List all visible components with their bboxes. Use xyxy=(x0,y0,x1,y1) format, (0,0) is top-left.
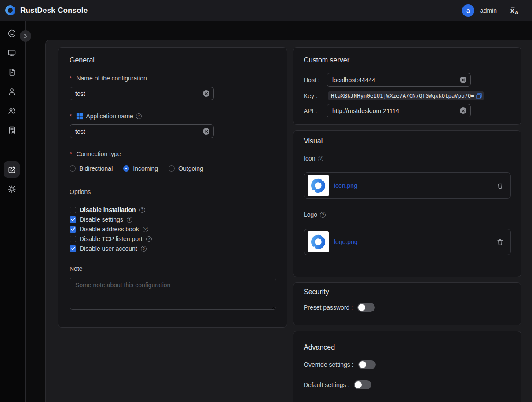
custom-server-title: Custom server xyxy=(304,56,349,64)
help-icon[interactable] xyxy=(143,227,148,232)
security-card: Security Preset password : xyxy=(293,282,521,325)
app-name-input[interactable] xyxy=(70,124,214,138)
option-disable-user-account: Disable user account xyxy=(70,245,147,252)
advanced-title: Advanced xyxy=(304,344,335,351)
audit-log-icon xyxy=(7,126,16,135)
sidebar-item-configurations[interactable] xyxy=(4,161,20,178)
icon-file-link[interactable]: icon.png xyxy=(334,182,357,189)
host-input[interactable] xyxy=(327,73,471,87)
brand: RustDesk Console xyxy=(0,4,88,16)
api-input[interactable] xyxy=(327,104,471,117)
option-disable-installation: Disable installation xyxy=(70,206,145,214)
main-panel: General Name of the configuration Applic… xyxy=(45,40,532,402)
radio-circle xyxy=(169,165,175,172)
config-name-label: Name of the configuration xyxy=(70,75,147,82)
trash-icon[interactable] xyxy=(497,182,503,189)
connection-type-radios: Bidirectional Incoming Outgoing xyxy=(70,165,203,172)
disable-user-account-checkbox[interactable] xyxy=(70,245,76,252)
icon-file-row: icon.png xyxy=(304,172,511,199)
translate-icon[interactable]: x A xyxy=(510,6,520,15)
logo-thumbnail xyxy=(308,231,329,252)
clear-icon[interactable] xyxy=(203,90,209,97)
disable-address-book-checkbox[interactable] xyxy=(70,226,76,233)
radio-incoming[interactable]: Incoming xyxy=(123,165,158,172)
sidebar-expand-button[interactable] xyxy=(20,30,31,42)
sidebar-item-settings[interactable] xyxy=(4,181,20,197)
preset-password-toggle[interactable] xyxy=(357,303,375,312)
avatar[interactable]: a xyxy=(462,4,474,17)
key-value: HtaXBkJNHyn0e1U1jWXze7A7CN7QTGWqxkOtpaVp… xyxy=(331,93,474,99)
option-disable-settings: Disable settings xyxy=(70,216,132,223)
logo-file-link[interactable]: logo.png xyxy=(334,238,358,245)
trash-icon[interactable] xyxy=(497,238,503,245)
gear-icon xyxy=(7,185,16,194)
sidebar xyxy=(0,21,26,402)
help-icon[interactable] xyxy=(320,212,326,218)
help-icon[interactable] xyxy=(141,246,147,252)
visual-card: Visual Icon icon.png Logo xyxy=(293,130,521,277)
sidebar-item-user[interactable] xyxy=(4,83,20,99)
clear-icon[interactable] xyxy=(460,77,466,83)
username[interactable]: admin xyxy=(480,7,497,14)
copy-icon[interactable] xyxy=(476,93,482,99)
general-title: General xyxy=(70,56,95,64)
sidebar-item-devices[interactable] xyxy=(4,44,20,61)
options-label: Options xyxy=(70,188,91,195)
clear-icon[interactable] xyxy=(460,107,466,114)
toggle-knob xyxy=(359,361,366,368)
help-icon[interactable] xyxy=(127,217,132,223)
sidebar-item-groups[interactable] xyxy=(4,102,20,119)
app-header: RustDesk Console a admin x A xyxy=(0,0,532,21)
host-label: Host : xyxy=(304,73,320,87)
note-textarea[interactable] xyxy=(70,278,276,310)
default-settings-row: Default settings : xyxy=(304,380,371,389)
default-settings-toggle[interactable] xyxy=(354,380,371,389)
windows-icon xyxy=(76,113,83,120)
user-icon xyxy=(7,87,16,96)
radio-circle xyxy=(70,165,76,172)
icon-thumbnail xyxy=(308,175,329,196)
edit-icon xyxy=(7,165,16,174)
override-settings-toggle[interactable] xyxy=(358,360,376,369)
radio-circle xyxy=(123,165,129,172)
sidebar-item-documents[interactable] xyxy=(4,64,20,80)
help-icon[interactable] xyxy=(139,207,145,213)
smile-icon xyxy=(7,29,16,38)
radio-outgoing[interactable]: Outgoing xyxy=(169,165,203,172)
help-icon[interactable] xyxy=(136,113,142,119)
logo-file-row: logo.png xyxy=(304,229,511,255)
logo-label: Logo xyxy=(304,211,326,218)
disable-tcp-listen-port-checkbox[interactable] xyxy=(70,236,76,242)
config-name-input[interactable] xyxy=(70,87,214,100)
note-label: Note xyxy=(70,265,83,272)
app-title: RustDesk Console xyxy=(20,6,88,15)
clear-icon[interactable] xyxy=(203,128,209,135)
disable-settings-checkbox[interactable] xyxy=(70,216,76,223)
app-name-label: Application name xyxy=(70,113,142,120)
override-settings-row: Override settings : xyxy=(304,360,376,369)
disable-installation-checkbox[interactable] xyxy=(70,207,76,213)
rustdesk-logo-icon xyxy=(4,4,16,16)
help-icon[interactable] xyxy=(318,156,323,161)
security-title: Security xyxy=(304,288,329,296)
preset-password-row: Preset password : xyxy=(304,303,375,312)
radio-bidirectional[interactable]: Bidirectional xyxy=(70,165,113,172)
svg-text:A: A xyxy=(515,10,519,15)
custom-server-card: Custom server Host : Key : HtaXBkJNHyn0e… xyxy=(293,47,521,125)
sidebar-item-audit[interactable] xyxy=(4,122,20,138)
api-label: API : xyxy=(304,104,317,117)
document-icon xyxy=(7,68,16,77)
connection-type-label: Connection type xyxy=(70,150,121,157)
option-disable-address-book: Disable address book xyxy=(70,225,148,233)
advanced-card: Advanced Override settings : Default set… xyxy=(293,331,521,402)
help-icon[interactable] xyxy=(146,236,152,242)
visual-title: Visual xyxy=(304,137,323,145)
icon-label: Icon xyxy=(304,155,323,162)
toggle-knob xyxy=(355,381,362,388)
option-disable-tcp-listen-port: Disable TCP listen port xyxy=(70,235,152,243)
sidebar-item-smile[interactable] xyxy=(4,25,20,41)
general-card: General Name of the configuration Applic… xyxy=(58,47,287,328)
toggle-knob xyxy=(358,304,365,311)
svg-text:x: x xyxy=(510,7,514,14)
key-value-chip: HtaXBkJNHyn0e1U1jWXze7A7CN7QTGWqxkOtpaVp… xyxy=(328,91,484,100)
